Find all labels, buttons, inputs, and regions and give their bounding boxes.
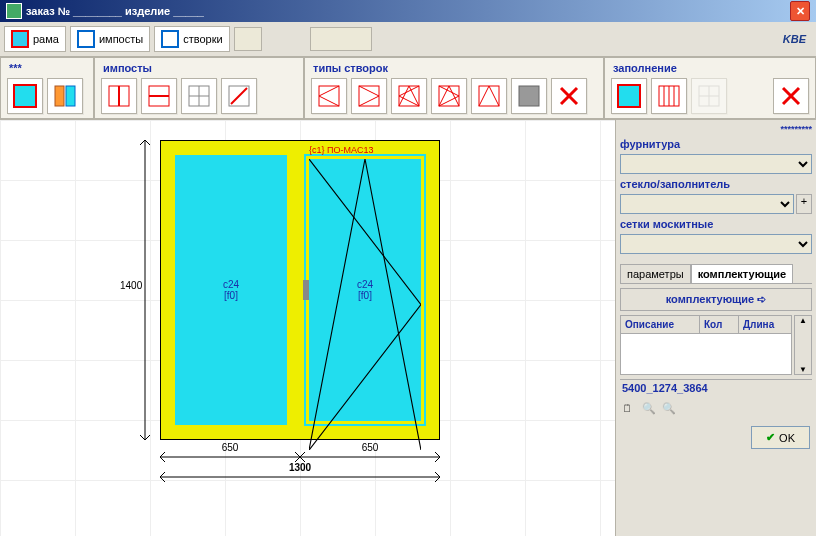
- sash-type-mesh[interactable]: [511, 78, 547, 114]
- status-code: 5400_1274_3864: [620, 379, 812, 396]
- dim-width-total: 1300: [160, 462, 440, 473]
- impost-vertical[interactable]: [101, 78, 137, 114]
- fill-delete[interactable]: [773, 78, 809, 114]
- zoom-in-icon[interactable]: 🔍: [642, 402, 658, 418]
- sash-tag: {c1} ПО-MAC13: [309, 145, 374, 155]
- col-qty: Кол: [700, 316, 739, 333]
- section-label-filling: заполнение: [609, 60, 811, 76]
- components-button[interactable]: комплектующие ➪: [666, 293, 767, 305]
- ok-label: OK: [779, 432, 795, 444]
- dim-height: 1400: [120, 280, 142, 291]
- tool-imposts-label: импосты: [99, 33, 143, 45]
- titlebar: заказ № ________ изделие _____ ✕: [0, 0, 816, 22]
- select-glass[interactable]: [620, 194, 794, 214]
- tool-imposts[interactable]: импосты: [70, 26, 150, 52]
- sash-type-1[interactable]: [311, 78, 347, 114]
- dim-width-right: 650: [300, 442, 440, 453]
- tool-frame-label: рама: [33, 33, 59, 45]
- pane-left[interactable]: c24[f0]: [171, 151, 291, 429]
- svg-rect-14: [439, 86, 459, 106]
- fill-disabled: [691, 78, 727, 114]
- window-frame[interactable]: c24[f0] {c1} ПО-MAC13 c24[f0]: [160, 140, 440, 440]
- dim-width-left: 650: [160, 442, 300, 453]
- pane-right[interactable]: {c1} ПО-MAC13 c24[f0]: [301, 151, 429, 429]
- impost-delete[interactable]: [221, 78, 257, 114]
- select-furniture[interactable]: [620, 154, 812, 174]
- asterisks: *********: [620, 124, 812, 134]
- plus-button[interactable]: +: [796, 194, 812, 214]
- app-icon: [6, 3, 22, 19]
- svg-rect-15: [479, 86, 499, 106]
- scrollbar-v[interactable]: ▲▼: [794, 315, 812, 375]
- svg-rect-0: [55, 86, 64, 106]
- fill-panel[interactable]: [651, 78, 687, 114]
- brand-label: KBE: [783, 33, 812, 45]
- components-table-body[interactable]: [620, 334, 792, 375]
- fill-glass[interactable]: [611, 78, 647, 114]
- svg-rect-11: [319, 86, 339, 106]
- side-panel: ********* фурнитура стекло/заполнитель +…: [616, 120, 816, 536]
- tool-sashes[interactable]: створки: [154, 26, 229, 52]
- palette-frame-2[interactable]: [47, 78, 83, 114]
- palette-bar: *** импосты типы створок заполнен: [0, 57, 816, 120]
- select-mosquito[interactable]: [620, 234, 812, 254]
- toolbar-main: рама импосты створки KBE: [0, 22, 816, 57]
- section-label-imposts: импосты: [99, 60, 299, 76]
- sash-type-3[interactable]: [391, 78, 427, 114]
- check-icon: ✔: [766, 431, 775, 444]
- calc-icon: 🗒: [622, 402, 638, 418]
- components-table-header: Описание Кол Длина: [620, 315, 792, 334]
- svg-rect-16: [519, 86, 539, 106]
- frame-icon: [11, 30, 29, 48]
- impost-horizontal[interactable]: [141, 78, 177, 114]
- impost-icon: [77, 30, 95, 48]
- svg-rect-12: [359, 86, 379, 106]
- impost-both[interactable]: [181, 78, 217, 114]
- col-len: Длина: [739, 316, 791, 333]
- sash-type-2[interactable]: [351, 78, 387, 114]
- svg-rect-1: [66, 86, 75, 106]
- col-desc: Описание: [621, 316, 700, 333]
- zoom-out-icon[interactable]: 🔍: [662, 402, 678, 418]
- sash-type-4[interactable]: [431, 78, 467, 114]
- palette-frame-1[interactable]: [7, 78, 43, 114]
- close-button[interactable]: ✕: [790, 1, 810, 21]
- label-mosquito: сетки москитные: [620, 218, 812, 230]
- label-furniture: фурнитура: [620, 138, 812, 150]
- sash-icon: [161, 30, 179, 48]
- arrow-right-icon: ➪: [757, 293, 766, 305]
- window-title: заказ № ________ изделие _____: [26, 5, 204, 17]
- section-label-0: ***: [5, 60, 89, 76]
- tool-frame[interactable]: рама: [4, 26, 66, 52]
- sash-type-5[interactable]: [471, 78, 507, 114]
- tool-sashes-label: створки: [183, 33, 222, 45]
- drawing-canvas[interactable]: 1400 c24[f0] {c1} ПО-MAC13 c24[f0]: [0, 120, 616, 536]
- tab-components[interactable]: комплектующие: [691, 264, 794, 283]
- svg-rect-13: [399, 86, 419, 106]
- sash-type-delete[interactable]: [551, 78, 587, 114]
- ok-button[interactable]: ✔ OK: [751, 426, 810, 449]
- tab-params[interactable]: параметры: [620, 264, 691, 283]
- section-label-sashtypes: типы створок: [309, 60, 599, 76]
- label-glass: стекло/заполнитель: [620, 178, 812, 190]
- tool-slot-1[interactable]: [234, 27, 262, 51]
- display-field: [310, 27, 372, 51]
